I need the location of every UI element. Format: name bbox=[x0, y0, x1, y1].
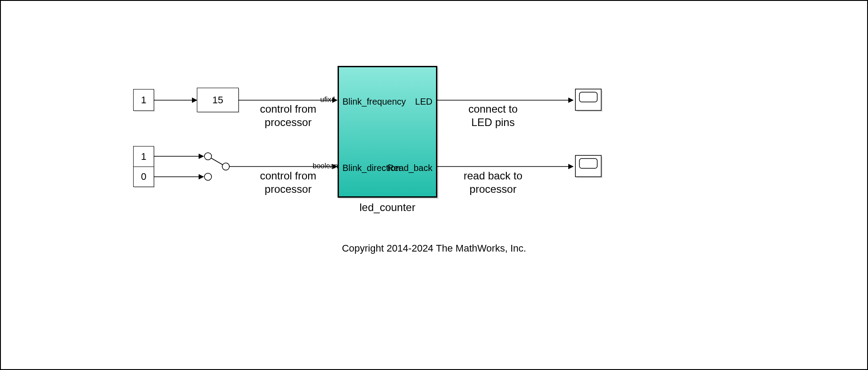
constant-block-top-value: 1 bbox=[141, 94, 146, 106]
led-counter-subsystem[interactable]: Blink_frequency Blink_direction LED Read… bbox=[338, 66, 437, 198]
datatype-ufix4: ufix4 bbox=[320, 96, 335, 104]
annotation-connect-to-led-pins: connect to LED pins bbox=[453, 102, 533, 129]
slider-gain-block[interactable]: 15 bbox=[197, 88, 239, 112]
annotation-read-back-to-processor: read back to processor bbox=[453, 169, 533, 196]
port-label-in1: Blink_frequency bbox=[342, 97, 406, 107]
datatype-boolean: boolean bbox=[313, 162, 338, 170]
constant-zero-value: 0 bbox=[141, 171, 146, 183]
manual-switch[interactable] bbox=[201, 150, 232, 181]
simulink-canvas[interactable]: 1 15 1 0 Blink_frequency Blink_direction… bbox=[0, 0, 868, 370]
subsystem-name: led_counter bbox=[338, 201, 437, 214]
copyright-text: Copyright 2014-2024 The MathWorks, Inc. bbox=[1, 243, 867, 254]
port-label-out2: Read_back bbox=[387, 163, 432, 173]
scope-2[interactable] bbox=[575, 155, 601, 177]
constant-block-one[interactable]: 1 bbox=[133, 146, 154, 167]
port-label-out1: LED bbox=[415, 97, 432, 107]
scope-1[interactable] bbox=[575, 89, 601, 110]
constant-block-zero[interactable]: 0 bbox=[133, 167, 154, 187]
constant-block-top[interactable]: 1 bbox=[133, 89, 154, 111]
constant-one-value: 1 bbox=[141, 151, 146, 163]
annotation-control-from-processor-2: control from processor bbox=[248, 169, 328, 196]
slider-gain-value: 15 bbox=[212, 94, 223, 106]
annotation-control-from-processor-1: control from processor bbox=[248, 102, 328, 129]
